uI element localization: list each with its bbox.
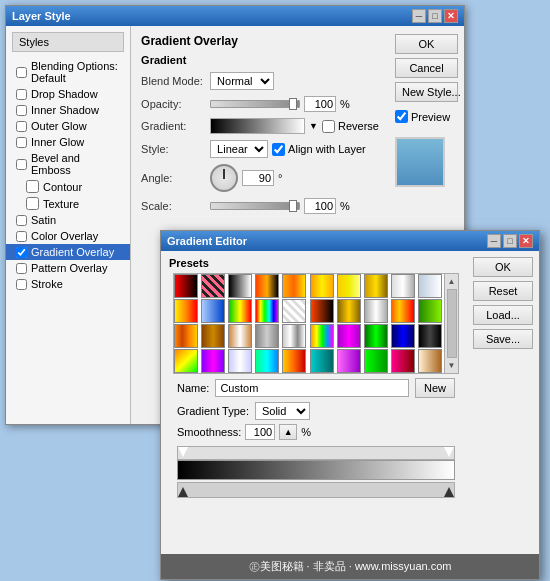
- sidebar-item-inner-shadow[interactable]: Inner Shadow: [6, 102, 130, 118]
- maximize-button[interactable]: □: [428, 9, 442, 23]
- drop-shadow-checkbox[interactable]: [16, 89, 27, 100]
- preset-swatch-23[interactable]: [228, 324, 252, 348]
- pattern-overlay-checkbox[interactable]: [16, 263, 27, 274]
- preset-swatch-30[interactable]: [418, 324, 442, 348]
- preview-checkbox[interactable]: [395, 110, 408, 123]
- scale-input[interactable]: [304, 198, 336, 214]
- arrow-icon[interactable]: ▼: [309, 121, 318, 131]
- preset-swatch-13[interactable]: [228, 299, 252, 323]
- ge-close-button[interactable]: ✕: [519, 234, 533, 248]
- preset-swatch-4[interactable]: [255, 274, 279, 298]
- ge-minimize-button[interactable]: ─: [487, 234, 501, 248]
- new-button[interactable]: New: [415, 378, 455, 398]
- preset-swatch-31[interactable]: [174, 349, 198, 373]
- sidebar-item-blending[interactable]: Blending Options: Default: [6, 58, 130, 86]
- scale-slider[interactable]: [210, 202, 300, 210]
- sidebar-item-drop-shadow[interactable]: Drop Shadow: [6, 86, 130, 102]
- gradient-preview[interactable]: [210, 118, 305, 134]
- inner-glow-checkbox[interactable]: [16, 137, 27, 148]
- preset-swatch-5[interactable]: [282, 274, 306, 298]
- sidebar-item-outer-glow[interactable]: Outer Glow: [6, 118, 130, 134]
- preset-swatch-20[interactable]: [418, 299, 442, 323]
- preset-swatch-33[interactable]: [228, 349, 252, 373]
- angle-input[interactable]: [242, 170, 274, 186]
- close-button[interactable]: ✕: [444, 9, 458, 23]
- preset-swatch-28[interactable]: [364, 324, 388, 348]
- preset-swatch-32[interactable]: [201, 349, 225, 373]
- reverse-checkbox[interactable]: [322, 120, 335, 133]
- color-overlay-checkbox[interactable]: [16, 231, 27, 242]
- preset-swatch-34[interactable]: [255, 349, 279, 373]
- preset-swatch-17[interactable]: [337, 299, 361, 323]
- sidebar-item-gradient-overlay[interactable]: Gradient Overlay: [6, 244, 130, 260]
- preset-swatch-37[interactable]: [337, 349, 361, 373]
- preset-swatch-35[interactable]: [282, 349, 306, 373]
- preset-swatch-14[interactable]: [255, 299, 279, 323]
- opacity-stop-left[interactable]: [178, 447, 188, 457]
- preset-swatch-12[interactable]: [201, 299, 225, 323]
- preset-swatch-10[interactable]: [418, 274, 442, 298]
- ok-button[interactable]: OK: [395, 34, 458, 54]
- sidebar-item-pattern-overlay[interactable]: Pattern Overlay: [6, 260, 130, 276]
- opacity-stop-right[interactable]: [444, 447, 454, 457]
- sidebar-item-inner-glow[interactable]: Inner Glow: [6, 134, 130, 150]
- stroke-checkbox[interactable]: [16, 279, 27, 290]
- sidebar-item-stroke[interactable]: Stroke: [6, 276, 130, 292]
- preset-swatch-27[interactable]: [337, 324, 361, 348]
- style-select[interactable]: Linear Radial Angle: [210, 140, 268, 158]
- texture-checkbox[interactable]: [26, 197, 39, 210]
- ge-ok-button[interactable]: OK: [473, 257, 533, 277]
- color-stop-left[interactable]: [178, 487, 188, 497]
- gradient-bar[interactable]: [177, 460, 455, 480]
- ge-maximize-button[interactable]: □: [503, 234, 517, 248]
- sidebar-item-texture[interactable]: Texture: [6, 195, 130, 212]
- satin-checkbox[interactable]: [16, 215, 27, 226]
- preset-swatch-9[interactable]: [391, 274, 415, 298]
- ge-reset-button[interactable]: Reset: [473, 281, 533, 301]
- opacity-slider[interactable]: [210, 100, 300, 108]
- sidebar-item-satin[interactable]: Satin: [6, 212, 130, 228]
- preset-swatch-21[interactable]: [174, 324, 198, 348]
- bevel-emboss-checkbox[interactable]: [16, 159, 27, 170]
- sidebar-item-bevel-emboss[interactable]: Bevel and Emboss: [6, 150, 130, 178]
- ge-save-button[interactable]: Save...: [473, 329, 533, 349]
- contour-checkbox[interactable]: [26, 180, 39, 193]
- outer-glow-checkbox[interactable]: [16, 121, 27, 132]
- sidebar-item-contour[interactable]: Contour: [6, 178, 130, 195]
- scroll-down-arrow[interactable]: ▼: [448, 360, 456, 371]
- preset-swatch-36[interactable]: [310, 349, 334, 373]
- preset-swatch-40[interactable]: [418, 349, 442, 373]
- angle-dial[interactable]: [210, 164, 238, 192]
- preset-swatch-7[interactable]: [337, 274, 361, 298]
- preset-swatch-6[interactable]: [310, 274, 334, 298]
- gradient-overlay-checkbox[interactable]: [16, 247, 27, 258]
- blending-checkbox[interactable]: [16, 67, 27, 78]
- preset-swatch-2[interactable]: [201, 274, 225, 298]
- new-style-button[interactable]: New Style...: [395, 82, 458, 102]
- preset-swatch-8[interactable]: [364, 274, 388, 298]
- scroll-up-arrow[interactable]: ▲: [448, 276, 456, 287]
- preset-swatch-38[interactable]: [364, 349, 388, 373]
- inner-shadow-checkbox[interactable]: [16, 105, 27, 116]
- name-input[interactable]: [215, 379, 409, 397]
- ge-load-button[interactable]: Load...: [473, 305, 533, 325]
- preset-swatch-11[interactable]: [174, 299, 198, 323]
- preset-swatch-1[interactable]: [174, 274, 198, 298]
- blend-mode-select[interactable]: Normal Multiply Screen: [210, 72, 274, 90]
- preset-swatch-25[interactable]: [282, 324, 306, 348]
- align-layer-checkbox[interactable]: [272, 143, 285, 156]
- preset-swatch-29[interactable]: [391, 324, 415, 348]
- color-stop-right[interactable]: [444, 487, 454, 497]
- preset-swatch-24[interactable]: [255, 324, 279, 348]
- smoothness-input[interactable]: [245, 424, 275, 440]
- opacity-thumb[interactable]: [289, 98, 297, 110]
- preset-swatch-16[interactable]: [310, 299, 334, 323]
- smoothness-up-button[interactable]: ▲: [279, 424, 297, 440]
- cancel-button[interactable]: Cancel: [395, 58, 458, 78]
- minimize-button[interactable]: ─: [412, 9, 426, 23]
- preset-swatch-26[interactable]: [310, 324, 334, 348]
- gradient-type-select[interactable]: Solid Noise: [255, 402, 310, 420]
- preset-swatch-3[interactable]: [228, 274, 252, 298]
- preset-swatch-15[interactable]: [282, 299, 306, 323]
- preset-swatch-18[interactable]: [364, 299, 388, 323]
